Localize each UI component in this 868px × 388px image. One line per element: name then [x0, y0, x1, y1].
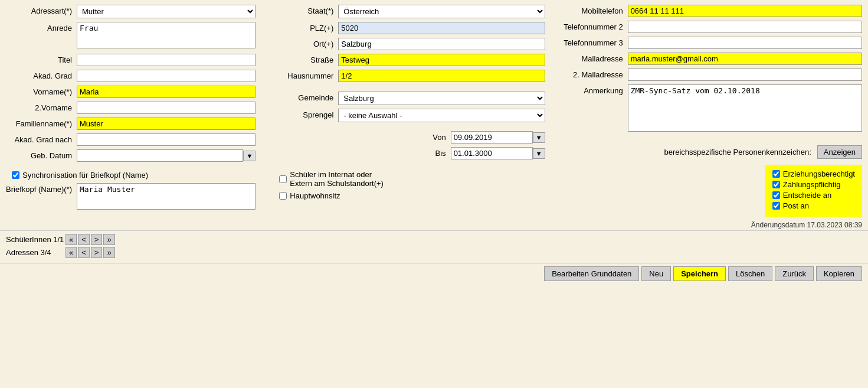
geb-datum-label: Geb. Datum: [6, 149, 77, 160]
telefon2-label: Telefonnummer 2: [557, 21, 628, 31]
erziehungsberechtigt-label: Erziehungsberechtigt: [783, 169, 855, 178]
zurueck-button[interactable]: Zurück: [775, 266, 814, 281]
speichern-button[interactable]: Speichern: [673, 266, 726, 281]
von-label: Von: [380, 131, 451, 142]
ort-label: Ort(+): [267, 38, 338, 48]
entscheide-checkbox[interactable]: [772, 191, 780, 199]
anmerkung-label: Anmerkung: [557, 84, 628, 95]
gemeinde-select[interactable]: Salzburg: [338, 92, 545, 105]
zahlungspflichtig-checkbox[interactable]: [772, 181, 780, 188]
telefon3-label: Telefonnummer 3: [557, 37, 628, 47]
erziehungsberechtigt-checkbox[interactable]: [772, 170, 780, 178]
aenderungsdatum-value: 17.03.2023 08:39: [807, 221, 862, 229]
staat-select[interactable]: Österreich: [338, 5, 545, 18]
akad-grad-label: Akad. Grad: [6, 70, 77, 80]
neu-button[interactable]: Neu: [641, 266, 671, 281]
akad-grad-input[interactable]: [77, 70, 256, 82]
mobiltelefon-input[interactable]: [628, 5, 862, 17]
staat-label: Staat(*): [267, 5, 338, 15]
briefkopf-label: Briefkopf (Name)(*): [6, 183, 77, 194]
titel-label: Titel: [6, 54, 77, 64]
schueler-next-btn[interactable]: >: [91, 234, 103, 245]
telefon3-input[interactable]: [628, 37, 862, 49]
column-1: Adressart(*) Mutter Anrede Frau Titel Ak…: [6, 5, 256, 217]
adressart-select[interactable]: Mutter: [77, 5, 256, 18]
adressen-nav-label: Adressen 3/4: [6, 248, 65, 257]
sprengel-select[interactable]: - keine Auswahl -: [338, 109, 545, 122]
familienname-input[interactable]: [77, 118, 256, 130]
hauptwohnsitz-label: Hauptwohnsitz: [290, 191, 340, 200]
schueler-last-btn[interactable]: »: [103, 234, 114, 245]
anzeigen-button[interactable]: Anzeigen: [817, 145, 862, 159]
strasse-input[interactable]: [338, 54, 545, 66]
action-buttons-bar: Bearbeiten Grunddaten Neu Speichern Lösc…: [0, 263, 868, 284]
schueler-prev-btn[interactable]: <: [78, 234, 90, 245]
hauptwohnsitz-checkbox[interactable]: [279, 192, 287, 200]
vorname2-input[interactable]: [77, 102, 256, 114]
adressen-next-btn[interactable]: >: [91, 247, 103, 258]
von-dropdown[interactable]: ▼: [533, 132, 545, 143]
hausnummer-label: Hausnummer: [267, 70, 338, 80]
aenderungsdatum-label: Änderungsdatum: [751, 221, 805, 229]
bearbeiten-button[interactable]: Bearbeiten Grunddaten: [544, 266, 639, 281]
telefon2-input[interactable]: [628, 21, 862, 33]
sync-label: Synchronisation für Briefkopf (Name): [22, 171, 148, 180]
briefkopf-textarea[interactable]: Maria Muster: [77, 183, 256, 210]
loeschen-button[interactable]: Löschen: [728, 266, 772, 281]
adressen-first-btn[interactable]: «: [65, 247, 77, 258]
bis-input[interactable]: [451, 147, 533, 159]
vorname-input[interactable]: [77, 86, 256, 98]
zahlungspflichtig-label: Zahlungspflichtig: [783, 180, 841, 189]
kopieren-button[interactable]: Kopieren: [816, 266, 862, 281]
schueler-nav-label: SchülerInnen 1/1: [6, 235, 65, 244]
hausnummer-input[interactable]: [338, 70, 545, 82]
adressart-label: Adressart(*): [6, 5, 77, 15]
mobiltelefon-label: Mobiltelefon: [557, 5, 628, 15]
akad-grad-nach-label: Akad. Grad nach: [6, 133, 77, 144]
familienname-label: Familienname(*): [6, 118, 77, 128]
column-2: Staat(*) Österreich PLZ(+) Ort(+) Straße: [267, 5, 545, 217]
adressen-last-btn[interactable]: »: [103, 247, 114, 258]
von-input[interactable]: [451, 131, 533, 144]
titel-input[interactable]: [77, 54, 256, 66]
geb-datum-input[interactable]: [77, 149, 243, 162]
mailadresse2-input[interactable]: [628, 69, 862, 81]
sync-checkbox[interactable]: [12, 171, 19, 179]
bis-dropdown[interactable]: ▼: [533, 148, 545, 159]
anrede-textarea[interactable]: Frau: [77, 22, 256, 48]
sprengel-label: Sprengel: [267, 109, 338, 119]
column-3: Mobiltelefon Telefonnummer 2 Telefonnumm…: [557, 5, 862, 217]
schueler-first-btn[interactable]: «: [65, 234, 77, 245]
mailadresse-input[interactable]: [628, 53, 862, 65]
mailadresse-label: Mailadresse: [557, 53, 628, 63]
internat-checkbox[interactable]: [279, 175, 287, 183]
yellow-checkboxes-box: Erziehungsberechtigt Zahlungspflichtig E…: [765, 165, 862, 217]
anrede-label: Anrede: [6, 22, 77, 32]
geb-datum-dropdown[interactable]: ▼: [243, 151, 256, 161]
post-label: Post an: [783, 201, 809, 210]
bis-label: Bis: [380, 147, 451, 158]
post-checkbox[interactable]: [772, 202, 780, 210]
plz-label: PLZ(+): [267, 22, 338, 32]
ort-input[interactable]: [338, 38, 545, 50]
vorname-label: Vorname(*): [6, 86, 77, 96]
bpk-label: bereichsspezifische Personenkennzeichen:: [664, 148, 811, 156]
entscheide-label: Entscheide an: [783, 191, 831, 200]
vorname2-label: 2.Vorname: [6, 102, 77, 112]
anmerkung-textarea[interactable]: ZMR-Sync-Satz vom 02.10.2018: [628, 84, 862, 132]
internat-label: Schüler im Internat oderExtern am Schuls…: [290, 170, 384, 188]
strasse-label: Straße: [267, 54, 338, 64]
plz-input[interactable]: [338, 22, 545, 34]
adressen-prev-btn[interactable]: <: [78, 247, 90, 258]
mailadresse2-label: 2. Mailadresse: [557, 69, 628, 79]
akad-grad-nach-input[interactable]: [77, 133, 256, 146]
gemeinde-label: Gemeinde: [267, 92, 338, 102]
